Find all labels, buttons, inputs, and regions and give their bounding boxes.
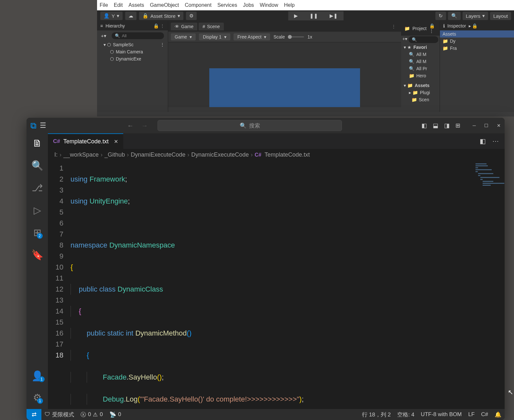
status-eol[interactable]: LF <box>465 411 478 418</box>
layout-sidebar-right-icon[interactable]: ◨ <box>444 122 450 129</box>
unity-cloud-button[interactable]: ☁ <box>125 12 137 20</box>
unity-game-dropdown[interactable]: Game ▾ <box>171 33 196 40</box>
breadcrumb-segment[interactable]: __workSpace <box>63 151 99 158</box>
minimap[interactable] <box>476 163 503 188</box>
unity-hierarchy-scene[interactable]: ▾ ⬡ SampleSc ⋮ <box>97 41 168 48</box>
unity-search-icon[interactable]: 🔍 <box>448 12 461 20</box>
status-encoding[interactable]: UTF-8 with BOM <box>418 411 465 418</box>
unity-assets-child[interactable]: ▸ 📁 Plugi <box>401 89 440 96</box>
code-content[interactable]: using Framework; using UnityEngine; name… <box>71 161 505 409</box>
unity-layers-dropdown[interactable]: Layers ▾ <box>463 12 488 20</box>
editor-tabs: C# TemplateCode.txt ✕ ◧ ⋯ <box>48 133 505 149</box>
unity-fav-item[interactable]: 🔍 All M <box>401 58 440 65</box>
unity-menu-component[interactable]: Component <box>185 2 212 8</box>
status-restricted-mode[interactable]: 🛡 受限模式 <box>41 411 77 418</box>
activity-extensions-icon[interactable]: ⊞2 <box>33 227 41 238</box>
layout-customize-icon[interactable]: ⊞ <box>455 122 460 129</box>
unity-fav-item[interactable]: 🔍 All Pr <box>401 65 440 72</box>
unity-add-icon[interactable]: +▾ <box>99 32 108 39</box>
nav-back-icon[interactable]: ← <box>127 122 134 129</box>
unity-assets-child[interactable]: 📁 Scen <box>401 96 440 103</box>
activity-settings-icon[interactable]: ⚙1 <box>33 392 42 403</box>
window-minimize-icon[interactable]: ─ <box>473 123 476 128</box>
unity-project-add-icon[interactable]: +▾ <box>402 36 407 43</box>
split-editor-icon[interactable]: ◧ <box>480 137 486 145</box>
breadcrumb-segment[interactable]: DynamiExecuteCode <box>131 151 185 158</box>
unity-scale-slider[interactable] <box>288 36 304 38</box>
unity-scene-tab[interactable]: # Scene <box>199 23 224 30</box>
activity-bookmarks-icon[interactable]: 🔖 <box>31 249 43 260</box>
unity-menu-help[interactable]: Help <box>284 2 295 8</box>
status-cursor-position[interactable]: 行 18，列 2 <box>359 411 394 418</box>
unity-asset-store-dropdown[interactable]: 🔒 Asset Store ▾ <box>139 12 183 20</box>
command-center-search[interactable]: 🔍 搜索 <box>158 120 342 131</box>
unity-inspector-tab[interactable]: ℹ Inspector ▸ 🔒 <box>440 21 514 30</box>
unity-editor-window: File Edit Assets GameObject Component Se… <box>97 0 514 116</box>
activity-accounts-icon[interactable]: 👤1 <box>31 370 43 381</box>
breadcrumb-segment[interactable]: DynamicExecuteCode <box>191 151 249 158</box>
activity-explorer-icon[interactable]: 🗎 <box>32 138 42 149</box>
menu-icon[interactable]: ☰ <box>40 121 46 130</box>
unity-account-dropdown[interactable]: 👤 Y ▾ <box>100 12 123 20</box>
layout-panel-icon[interactable]: ⬓ <box>433 122 438 129</box>
unity-aspect-dropdown[interactable]: Free Aspect ▾ <box>234 33 270 40</box>
activity-run-debug-icon[interactable]: ▷ <box>34 204 41 216</box>
editor-tab-label: TemplateCode.txt <box>63 138 109 145</box>
unity-menu-assets[interactable]: Assets <box>128 2 144 8</box>
window-maximize-icon[interactable]: ☐ <box>484 123 488 128</box>
unity-game-tab[interactable]: 👁 Game <box>171 23 197 30</box>
csharp-file-icon: C# <box>53 138 60 145</box>
unity-hierarchy-item-dynamic[interactable]: ⬡ DynamicExe <box>97 55 168 62</box>
unity-hierarchy-panel: ≡ Hierarchy🔒 ⋮ +▾ 🔍 All ▾ ⬡ SampleSc ⋮ ⬡… <box>97 21 168 112</box>
unity-hierarchy-search[interactable]: 🔍 All <box>112 32 164 39</box>
unity-display-dropdown[interactable]: Display 1 ▾ <box>199 33 230 40</box>
unity-layout-dropdown[interactable]: Layout <box>490 12 511 20</box>
nav-forward-icon[interactable]: → <box>141 122 148 129</box>
unity-step-button[interactable]: ▶❚ <box>324 11 344 20</box>
unity-menu-gameobject[interactable]: GameObject <box>150 2 179 8</box>
unity-play-button[interactable]: ▶ <box>288 11 304 20</box>
unity-pause-button[interactable]: ❚❚ <box>304 11 324 20</box>
layout-sidebar-left-icon[interactable]: ◧ <box>421 122 427 129</box>
status-ports[interactable]: 📡 0 <box>106 411 124 418</box>
unity-panel-menu-icon[interactable]: ⋮ <box>389 23 399 30</box>
editor-tab-templatecode[interactable]: C# TemplateCode.txt ✕ <box>48 133 123 149</box>
status-problems[interactable]: ⓧ 0 ⚠ 0 <box>77 411 106 418</box>
unity-assets-folder[interactable]: ▾ 📁 Assets <box>401 82 440 89</box>
unity-history-icon[interactable]: ↻ <box>435 12 446 20</box>
unity-hierarchy-item-camera[interactable]: ⬡ Main Camera <box>97 48 168 55</box>
status-notifications-icon[interactable]: 🔔 <box>491 411 505 418</box>
more-actions-icon[interactable]: ⋯ <box>492 137 499 145</box>
unity-hierarchy-tab[interactable]: ≡ Hierarchy🔒 ⋮ <box>97 21 168 30</box>
unity-project-search[interactable]: 🔍 <box>409 36 438 43</box>
window-close-icon[interactable]: ✕ <box>497 123 501 128</box>
unity-project-tab[interactable]: 📁 Project🔒 ⋮ <box>401 21 440 36</box>
unity-asset-item[interactable]: 📁 Fra <box>440 45 514 52</box>
unity-fav-item[interactable]: 🔍 All M <box>401 51 440 58</box>
unity-menu-services[interactable]: Services <box>217 2 237 8</box>
activity-source-control-icon[interactable]: ⎇ <box>32 182 43 193</box>
activity-search-icon[interactable]: 🔍 <box>31 160 43 171</box>
code-editor[interactable]: 123456789101112131415161718 using Framew… <box>48 161 505 409</box>
unity-menu-edit[interactable]: Edit <box>114 2 123 8</box>
vscode-logo-icon: ⧉ <box>30 121 37 131</box>
unity-settings-icon[interactable]: ⚙ <box>186 12 197 20</box>
status-language-mode[interactable]: C# <box>478 411 491 418</box>
status-indentation[interactable]: 空格: 4 <box>394 411 418 418</box>
line-gutter: 123456789101112131415161718 <box>48 161 71 409</box>
unity-favorites[interactable]: ▾ ★ Favori <box>401 44 440 51</box>
breadcrumb-segment[interactable]: _Github <box>104 151 125 158</box>
unity-assets-header[interactable]: Assets <box>440 30 514 38</box>
unity-menu-jobs[interactable]: Jobs <box>243 2 254 8</box>
tab-close-icon[interactable]: ✕ <box>114 138 118 145</box>
breadcrumb-segment[interactable]: I: <box>54 151 58 158</box>
unity-scale-label: Scale <box>273 34 285 39</box>
unity-menu-file[interactable]: File <box>100 2 108 8</box>
unity-menubar: File Edit Assets GameObject Component Se… <box>97 0 514 10</box>
unity-menu-window[interactable]: Window <box>260 2 278 8</box>
unity-asset-item[interactable]: 📁 Dy <box>440 38 514 45</box>
unity-fav-item[interactable]: 📁 Hero <box>401 72 440 79</box>
remote-indicator-icon[interactable]: ⇄ <box>27 409 41 420</box>
breadcrumbs[interactable]: I:› __workSpace› _Github› DynamiExecuteC… <box>48 149 505 161</box>
breadcrumb-segment[interactable]: TemplateCode.txt <box>265 151 310 158</box>
